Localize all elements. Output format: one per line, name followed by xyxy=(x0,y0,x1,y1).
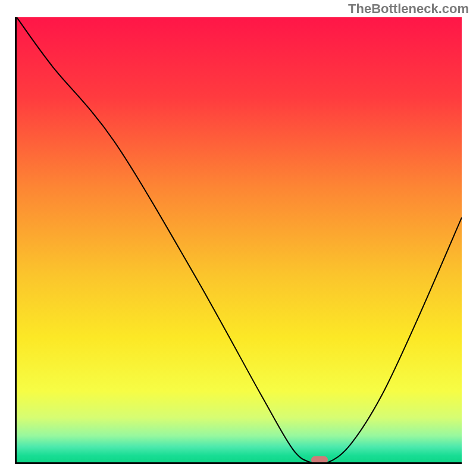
svg-rect-0 xyxy=(17,17,462,462)
watermark-text: TheBottleneck.com xyxy=(348,1,469,17)
chart-container: TheBottleneck.com xyxy=(0,0,476,476)
gradient-background xyxy=(17,17,462,462)
optimal-marker xyxy=(311,456,328,464)
plot-area xyxy=(15,17,462,464)
